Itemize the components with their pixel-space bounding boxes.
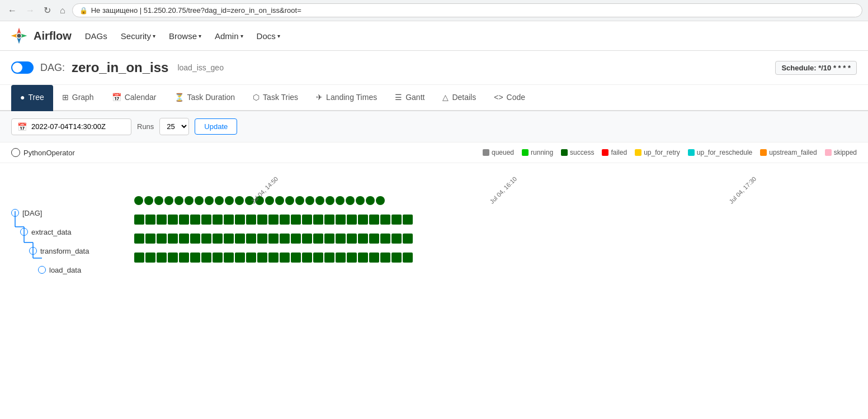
gantt-cell[interactable] <box>224 215 234 225</box>
gantt-cell[interactable] <box>145 253 155 263</box>
gantt-cell[interactable] <box>315 196 324 205</box>
tab-gantt[interactable]: ☰ Gantt <box>386 85 433 111</box>
gantt-cell[interactable] <box>265 196 274 205</box>
gantt-cell[interactable] <box>201 215 211 225</box>
gantt-cell[interactable] <box>275 196 284 205</box>
tab-details[interactable]: △ Details <box>433 85 485 111</box>
gantt-cell[interactable] <box>235 234 245 244</box>
gantt-cell[interactable] <box>205 196 214 205</box>
gantt-cell[interactable] <box>235 253 245 263</box>
gantt-cell[interactable] <box>268 234 279 244</box>
tab-task-duration[interactable]: ⏳ Task Duration <box>166 85 244 111</box>
gantt-cell[interactable] <box>190 215 200 225</box>
date-input[interactable] <box>31 122 125 131</box>
gantt-cell[interactable] <box>168 234 178 244</box>
gantt-cell[interactable] <box>369 215 379 225</box>
gantt-cell[interactable] <box>280 253 290 263</box>
gantt-cell[interactable] <box>134 215 144 225</box>
gantt-cell[interactable] <box>213 215 223 225</box>
gantt-cell[interactable] <box>380 234 390 244</box>
back-button[interactable]: ← <box>6 4 19 17</box>
gantt-cell[interactable] <box>280 215 290 225</box>
gantt-cell[interactable] <box>246 234 256 244</box>
gantt-cell[interactable] <box>313 215 323 225</box>
gantt-cell[interactable] <box>195 196 204 205</box>
update-button[interactable]: Update <box>195 118 237 135</box>
gantt-cell[interactable] <box>302 234 312 244</box>
gantt-cell[interactable] <box>347 253 357 263</box>
gantt-cell[interactable] <box>201 253 211 263</box>
gantt-cell[interactable] <box>145 215 155 225</box>
gantt-cell[interactable] <box>347 215 357 225</box>
gantt-cell[interactable] <box>326 196 334 205</box>
address-bar[interactable]: 🔒 Не защищено | 51.250.20.75/tree?dag_id… <box>72 3 862 17</box>
gantt-cell[interactable] <box>179 234 189 244</box>
tree-row-load[interactable]: load_data <box>38 262 123 278</box>
gantt-cell[interactable] <box>358 253 368 263</box>
gantt-cell[interactable] <box>302 215 312 225</box>
gantt-cell[interactable] <box>366 196 375 205</box>
runs-select[interactable]: 25 5 10 15 20 <box>159 118 189 135</box>
tab-graph[interactable]: ⊞ Graph <box>53 85 103 111</box>
gantt-cell[interactable] <box>268 215 279 225</box>
gantt-cell[interactable] <box>246 215 256 225</box>
tree-row-extract[interactable]: extract_data <box>20 224 123 240</box>
gantt-cell[interactable] <box>190 234 200 244</box>
tree-row-dag[interactable]: [DAG] <box>11 205 123 221</box>
gantt-cell[interactable] <box>302 253 312 263</box>
gantt-cell[interactable] <box>268 253 279 263</box>
gantt-cell[interactable] <box>145 234 155 244</box>
gantt-cell[interactable] <box>134 196 143 205</box>
gantt-cell[interactable] <box>356 196 365 205</box>
gantt-cell[interactable] <box>369 234 379 244</box>
navbar-brand[interactable]: Airflow <box>9 26 72 46</box>
gantt-cell[interactable] <box>380 253 390 263</box>
tab-task-tries[interactable]: ⬡ Task Tries <box>244 85 307 111</box>
gantt-cell[interactable] <box>224 253 234 263</box>
home-button[interactable]: ⌂ <box>58 4 68 17</box>
gantt-cell[interactable] <box>213 253 223 263</box>
gantt-cell[interactable] <box>305 196 314 205</box>
nav-dags[interactable]: DAGs <box>85 29 107 43</box>
gantt-cell[interactable] <box>201 234 211 244</box>
dag-toggle[interactable] <box>11 61 34 74</box>
gantt-cell[interactable] <box>347 234 357 244</box>
gantt-cell[interactable] <box>324 234 334 244</box>
gantt-cell[interactable] <box>174 196 183 205</box>
gantt-cell[interactable] <box>391 234 402 244</box>
nav-admin[interactable]: Admin ▾ <box>215 29 243 43</box>
gantt-cell[interactable] <box>164 196 173 205</box>
gantt-cell[interactable] <box>291 234 301 244</box>
gantt-cell[interactable] <box>246 253 256 263</box>
gantt-cell[interactable] <box>257 234 267 244</box>
gantt-cell[interactable] <box>376 196 385 205</box>
gantt-cell[interactable] <box>157 253 167 263</box>
nav-browse[interactable]: Browse ▾ <box>169 29 201 43</box>
date-input-wrapper[interactable]: 📅 <box>11 118 131 135</box>
gantt-cell[interactable] <box>235 196 244 205</box>
gantt-cell[interactable] <box>224 234 234 244</box>
gantt-cell[interactable] <box>185 196 194 205</box>
gantt-cell[interactable] <box>179 253 189 263</box>
gantt-cell[interactable] <box>295 196 304 205</box>
nav-docs[interactable]: Docs ▾ <box>257 29 280 43</box>
gantt-cell[interactable] <box>358 234 368 244</box>
gantt-cell[interactable] <box>213 234 223 244</box>
gantt-cell[interactable] <box>168 253 178 263</box>
gantt-cell[interactable] <box>346 196 355 205</box>
gantt-cell[interactable] <box>257 215 267 225</box>
gantt-cell[interactable] <box>134 234 144 244</box>
gantt-cell[interactable] <box>179 215 189 225</box>
gantt-cell[interactable] <box>403 215 413 225</box>
gantt-cell[interactable] <box>257 253 267 263</box>
gantt-cell[interactable] <box>324 215 334 225</box>
gantt-cell[interactable] <box>134 253 144 263</box>
tab-code[interactable]: <> Code <box>485 85 534 111</box>
gantt-cell[interactable] <box>168 215 178 225</box>
gantt-cell[interactable] <box>154 196 163 205</box>
gantt-cell[interactable] <box>280 234 290 244</box>
gantt-cell[interactable] <box>358 215 368 225</box>
gantt-cell[interactable] <box>313 234 323 244</box>
gantt-cell[interactable] <box>380 215 390 225</box>
gantt-cell[interactable] <box>291 253 301 263</box>
